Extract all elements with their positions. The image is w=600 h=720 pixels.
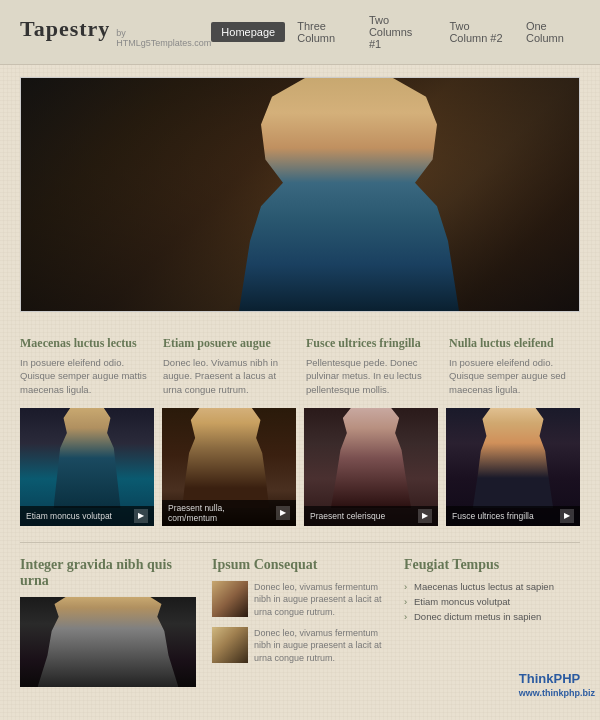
video-thumb-4[interactable]: Fusce ultrices fringilla ▶ bbox=[446, 408, 580, 526]
bottom-mid-title: Ipsum Consequat bbox=[212, 557, 388, 573]
watermark-line2: www.thinkphp.biz bbox=[519, 688, 595, 700]
main-nav: Homepage Three Column Two Columns #1 Two… bbox=[211, 10, 580, 54]
bottom-right-title: Feugiat Tempus bbox=[404, 557, 580, 573]
feature-title-2: Etiam posuere augue bbox=[163, 336, 294, 351]
feature-item-4: Nulla luctus eleifend In posuere eleifen… bbox=[449, 336, 580, 396]
video-label-4: Fusce ultrices fringilla ▶ bbox=[446, 506, 580, 526]
play-button-1[interactable]: ▶ bbox=[134, 509, 148, 523]
video-label-2: Praesent nulla, com/mentum ▶ bbox=[162, 500, 296, 526]
feature-text-4: In posuere eleifend odio. Quisque semper… bbox=[449, 356, 580, 396]
feature-text-3: Pellentesque pede. Donec pulvinar metus.… bbox=[306, 356, 437, 396]
bottom-left-image bbox=[20, 597, 196, 687]
features-section: Maecenas luctus lectus In posuere eleife… bbox=[0, 324, 600, 404]
nav-item-three-column[interactable]: Three Column bbox=[287, 16, 357, 48]
feature-title-3: Fusce ultrices fringilla bbox=[306, 336, 437, 351]
site-subtitle: by HTMLg5Templates.com bbox=[116, 28, 211, 48]
hero-section bbox=[20, 77, 580, 312]
article-thumb-1 bbox=[212, 581, 248, 617]
nav-item-two-column-2[interactable]: Two Column #2 bbox=[439, 16, 514, 48]
bottom-left-col: Integer gravida nibh quis urna bbox=[20, 557, 196, 693]
video-grid: Etiam moncus volutpat ▶ Praesent nulla, … bbox=[0, 404, 600, 538]
nav-item-two-columns-1[interactable]: Two Columns #1 bbox=[359, 10, 437, 54]
video-label-3: Praesent celerisque ▶ bbox=[304, 506, 438, 526]
bottom-mid-col: Ipsum Consequat Donec leo, vivamus ferme… bbox=[212, 557, 388, 693]
feature-text-2: Donec leo. Vivamus nibh in augue. Praese… bbox=[163, 356, 294, 396]
feature-item-3: Fusce ultrices fringilla Pellentesque pe… bbox=[306, 336, 437, 396]
nav-item-homepage[interactable]: Homepage bbox=[211, 22, 285, 42]
feature-item-1: Maecenas luctus lectus In posuere eleife… bbox=[20, 336, 151, 396]
article-item-1: Donec leo, vivamus fermentum nibh in aug… bbox=[212, 581, 388, 619]
article-text-1: Donec leo, vivamus fermentum nibh in aug… bbox=[254, 581, 388, 619]
bottom-left-title: Integer gravida nibh quis urna bbox=[20, 557, 196, 589]
logo-area: Tapestry by HTMLg5Templates.com bbox=[20, 16, 211, 48]
article-item-2: Donec leo, vivamus fermentum nibh in aug… bbox=[212, 627, 388, 665]
video-thumb-3[interactable]: Praesent celerisque ▶ bbox=[304, 408, 438, 526]
play-button-4[interactable]: ▶ bbox=[560, 509, 574, 523]
list-item-1: Maecenas luctus lectus at sapien bbox=[404, 581, 580, 592]
feature-item-2: Etiam posuere augue Donec leo. Vivamus n… bbox=[163, 336, 294, 396]
hero-image bbox=[21, 78, 579, 311]
watermark: ThinkPHP www.thinkphp.biz bbox=[519, 671, 595, 700]
article-text-2: Donec leo, vivamus fermentum nibh in aug… bbox=[254, 627, 388, 665]
play-button-3[interactable]: ▶ bbox=[418, 509, 432, 523]
list-item-2: Etiam moncus volutpat bbox=[404, 596, 580, 607]
site-header: Tapestry by HTMLg5Templates.com Homepage… bbox=[0, 0, 600, 65]
list-item-3: Donec dictum metus in sapien bbox=[404, 611, 580, 622]
video-thumb-1[interactable]: Etiam moncus volutpat ▶ bbox=[20, 408, 154, 526]
feature-title-1: Maecenas luctus lectus bbox=[20, 336, 151, 351]
feature-text-1: In posuere eleifend odio. Quisque semper… bbox=[20, 356, 151, 396]
article-thumb-2 bbox=[212, 627, 248, 663]
video-label-1: Etiam moncus volutpat ▶ bbox=[20, 506, 154, 526]
site-title: Tapestry bbox=[20, 16, 110, 42]
bottom-section: Integer gravida nibh quis urna Ipsum Con… bbox=[0, 547, 600, 703]
hero-person bbox=[239, 78, 459, 311]
watermark-line1: ThinkPHP bbox=[519, 671, 595, 688]
nav-item-one-column[interactable]: One Column bbox=[516, 16, 580, 48]
feature-title-4: Nulla luctus eleifend bbox=[449, 336, 580, 351]
play-button-2[interactable]: ▶ bbox=[276, 506, 290, 520]
section-divider bbox=[20, 542, 580, 543]
video-thumb-2[interactable]: Praesent nulla, com/mentum ▶ bbox=[162, 408, 296, 526]
